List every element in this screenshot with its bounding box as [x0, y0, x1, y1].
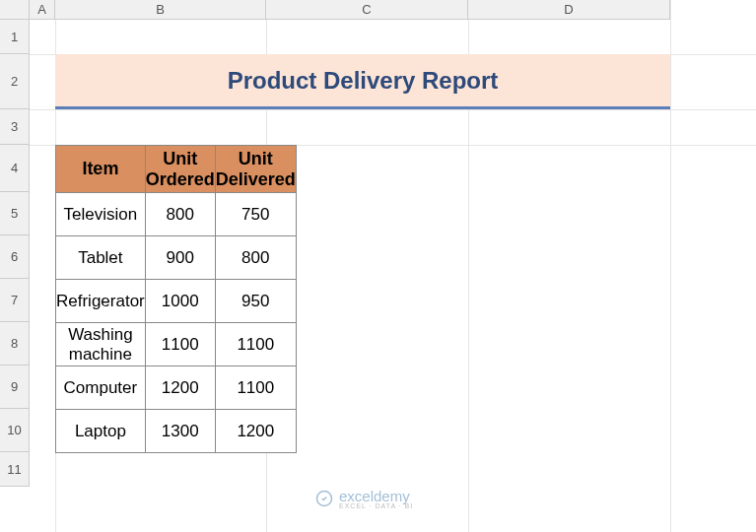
delivery-table: Item Unit Ordered Unit Delivered Televis… — [55, 145, 297, 453]
header-ordered[interactable]: Unit Ordered — [145, 146, 215, 193]
cell-delivered[interactable]: 1100 — [215, 366, 296, 410]
table-row: Television 800 750 — [56, 193, 297, 236]
row-header-11[interactable]: 11 — [0, 452, 29, 487]
header-delivered[interactable]: Unit Delivered — [215, 146, 296, 193]
cell-delivered[interactable]: 1200 — [215, 410, 296, 453]
column-header-b[interactable]: B — [55, 0, 266, 19]
cell-ordered[interactable]: 1300 — [145, 410, 215, 453]
table-row: Laptop 1300 1200 — [56, 410, 297, 453]
row-header-2[interactable]: 2 — [0, 54, 29, 109]
row-header-8[interactable]: 8 — [0, 322, 29, 366]
column-header-d[interactable]: D — [468, 0, 670, 19]
cell-item[interactable]: Television — [56, 193, 146, 236]
column-header-c[interactable]: C — [266, 0, 468, 19]
cell-delivered[interactable]: 1100 — [215, 323, 296, 366]
header-item[interactable]: Item — [56, 146, 146, 193]
cell-ordered[interactable]: 800 — [145, 193, 215, 236]
gridline — [30, 109, 756, 110]
cell-item[interactable]: Tablet — [56, 236, 146, 280]
cell-delivered[interactable]: 800 — [215, 236, 296, 280]
watermark-logo: exceldemy EXCEL · DATA · BI — [315, 488, 413, 509]
cell-item[interactable]: Refrigerator — [56, 280, 146, 323]
row-header-10[interactable]: 10 — [0, 409, 29, 452]
table-row: Computer 1200 1100 — [56, 366, 297, 410]
cell-ordered[interactable]: 1100 — [145, 323, 215, 366]
column-header-a[interactable]: A — [30, 0, 55, 19]
table-row: Washing machine 1100 1100 — [56, 323, 297, 366]
cell-item[interactable]: Laptop — [56, 410, 146, 453]
cell-ordered[interactable]: 900 — [145, 236, 215, 280]
row-header-6[interactable]: 6 — [0, 235, 29, 279]
cell-item[interactable]: Washing machine — [56, 323, 146, 366]
row-header-1[interactable]: 1 — [0, 20, 29, 54]
row-header-4[interactable]: 4 — [0, 145, 29, 192]
cell-ordered[interactable]: 1200 — [145, 366, 215, 410]
cell-ordered[interactable]: 1000 — [145, 280, 215, 323]
table-header-row: Item Unit Ordered Unit Delivered — [56, 146, 297, 193]
cell-delivered[interactable]: 750 — [215, 193, 296, 236]
table-row: Tablet 900 800 — [56, 236, 297, 280]
cell-delivered[interactable]: 950 — [215, 280, 296, 323]
table-row: Refrigerator 1000 950 — [56, 280, 297, 323]
gridline — [670, 0, 671, 532]
spreadsheet-grid: A B C D 1 2 3 4 5 6 7 8 9 10 11 Product … — [0, 0, 756, 532]
watermark-tagline: EXCEL · DATA · BI — [339, 502, 413, 509]
select-all-corner[interactable] — [0, 0, 30, 19]
row-headers: 1 2 3 4 5 6 7 8 9 10 11 — [0, 20, 30, 487]
row-header-7[interactable]: 7 — [0, 279, 29, 322]
cell-item[interactable]: Computer — [56, 366, 146, 410]
row-header-3[interactable]: 3 — [0, 109, 29, 145]
row-header-9[interactable]: 9 — [0, 366, 29, 409]
column-headers: A B C D — [0, 0, 670, 20]
row-header-5[interactable]: 5 — [0, 192, 29, 235]
report-title[interactable]: Product Delivery Report — [55, 54, 670, 109]
logo-icon — [315, 490, 333, 507]
